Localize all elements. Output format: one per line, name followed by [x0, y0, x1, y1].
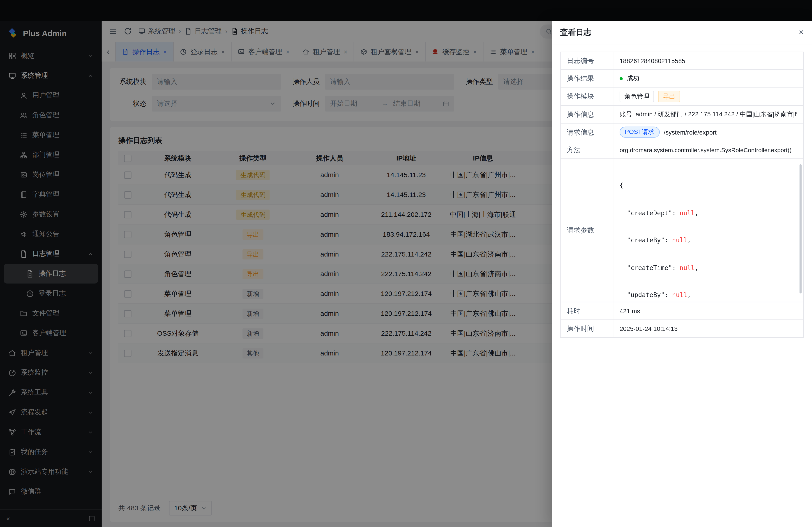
json-open-brace: {	[620, 181, 796, 191]
detail-row-info: 操作信息 账号: admin / 研发部门 / 222.175.114.242 …	[561, 106, 803, 123]
result-value: 成功	[627, 74, 639, 83]
module-tag: 角色管理	[620, 91, 654, 102]
operation-info-value: 账号: admin / 研发部门 / 222.175.114.242 / 中国|…	[620, 110, 797, 119]
detail-label: 请求信息	[561, 123, 613, 141]
detail-row-time: 操作时间 2025-01-24 10:14:13	[561, 320, 803, 337]
detail-row-request: 请求信息 POST请求 /system/role/export	[561, 123, 803, 141]
detail-row-module: 操作模块 角色管理 导出	[561, 88, 803, 106]
detail-label: 日志编号	[561, 52, 613, 69]
close-icon[interactable]: ×	[799, 28, 804, 36]
log-detail-table: 日志编号 1882612840802115585 操作结果 成功 操作模块 角色…	[560, 51, 804, 338]
detail-label: 请求参数	[561, 159, 613, 302]
detail-row-method: 方法 org.dromara.system.controller.system.…	[561, 141, 803, 159]
detail-row-result: 操作结果 成功	[561, 70, 803, 88]
detail-label: 耗时	[561, 302, 613, 319]
view-log-drawer: 查看日志 × 日志编号 1882612840802115585 操作结果 成功 …	[552, 21, 812, 527]
operation-time-value: 2025-01-24 10:14:13	[620, 325, 678, 332]
detail-label: 方法	[561, 141, 613, 159]
detail-label: 操作模块	[561, 88, 613, 105]
request-params-cell: { createDeptnull createBynull createTime…	[613, 159, 803, 302]
detail-label: 操作结果	[561, 70, 613, 87]
drawer-title: 查看日志	[560, 27, 591, 37]
json-code-block: { createDeptnull createBynull createTime…	[620, 163, 796, 298]
success-status-dot	[620, 77, 623, 80]
detail-row-cost: 耗时 421 ms	[561, 302, 803, 320]
action-tag: 导出	[658, 91, 680, 102]
drawer-header: 查看日志 ×	[552, 21, 812, 44]
request-url: /system/role/export	[664, 129, 716, 136]
detail-label: 操作信息	[561, 106, 613, 123]
detail-label: 操作时间	[561, 320, 613, 337]
window-top-bar	[0, 0, 812, 21]
method-value: org.dromara.system.controller.system.Sys…	[620, 147, 792, 153]
cost-value: 421 ms	[620, 307, 640, 314]
detail-row-log-id: 日志编号 1882612840802115585	[561, 52, 803, 70]
log-id-value: 1882612840802115585	[620, 57, 685, 64]
post-method-tag: POST请求	[620, 127, 659, 138]
scrollbar-thumb[interactable]	[800, 164, 802, 293]
screen: Plus Admin 概览 系统管理 用户管理	[0, 0, 812, 527]
detail-row-params: 请求参数 { createDeptnull createBynull creat…	[561, 159, 803, 302]
